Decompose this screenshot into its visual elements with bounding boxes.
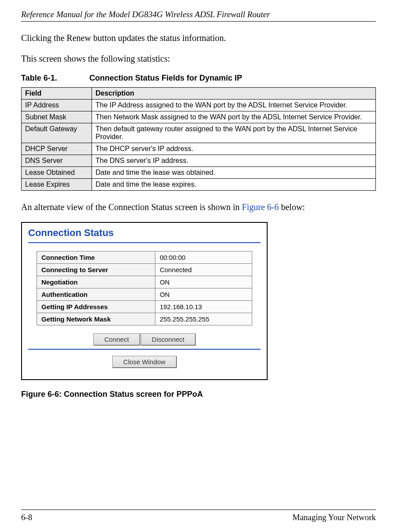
paragraph-1: Clicking the Renew button updates the st… [21, 32, 376, 44]
cell-field: Lease Obtained [22, 167, 92, 179]
connection-status-fields-table: Field Description IP AddressThe IP Addre… [21, 87, 376, 191]
cs-value: Connected [155, 264, 252, 276]
cs-row: Connection Time00:00:00 [37, 251, 252, 264]
cell-description: The DHCP server's IP address. [92, 143, 376, 155]
cell-field: DHCP Server [22, 143, 92, 155]
cs-value: 192.168.10.13 [155, 301, 252, 313]
paragraph-3: An alternate view of the Connection Stat… [21, 201, 376, 213]
figure-bottom-rule [28, 349, 261, 350]
cell-description: Date and time the lease expires. [92, 179, 376, 191]
connection-status-figure: Connection Status Connection Time00:00:0… [21, 222, 268, 380]
paragraph-3b: below: [279, 202, 305, 212]
figure-caption: Figure 6-6: Connection Status screen for… [21, 390, 376, 399]
cs-value: 255.255.255.255 [155, 313, 252, 325]
table-row: IP AddressThe IP Address assigned to the… [22, 100, 376, 111]
cs-row: NegotiationON [37, 276, 252, 288]
figure-button-row-1: ConnectDisconnect [28, 333, 261, 345]
page-number: 6-8 [21, 513, 32, 522]
disconnect-button[interactable]: Disconnect [141, 333, 195, 345]
close-window-button[interactable]: Close Window [112, 356, 176, 368]
cs-row: Connecting to ServerConnected [37, 264, 252, 276]
cs-row: Getting IP Addresses192.168.10.13 [37, 301, 252, 313]
figure-top-rule [28, 242, 261, 243]
connection-status-title: Connection Status [28, 227, 261, 239]
table-caption-text: Connection Status Fields for Dynamic IP [89, 74, 242, 82]
cs-label: Getting Network Mask [37, 313, 155, 325]
table-row: Default GatewayThen default gateway rout… [22, 123, 376, 143]
cell-description: Date and time the lease was obtained. [92, 167, 376, 179]
cs-label: Connecting to Server [37, 264, 155, 276]
cs-value: ON [155, 288, 252, 301]
cell-field: Lease Expires [22, 179, 92, 191]
doc-header-title: Reference Manual for the Model DG834G Wi… [21, 10, 376, 19]
table-row: DNS ServerThe DNS server's IP address. [22, 155, 376, 167]
header-rule [21, 21, 376, 22]
table-row: Lease ExpiresDate and time the lease exp… [22, 179, 376, 191]
table-row: Subnet MaskThen Network Mask assigned to… [22, 111, 376, 123]
cs-row: Getting Network Mask255.255.255.255 [37, 313, 252, 325]
paragraph-3a: An alternate view of the Connection Stat… [21, 202, 242, 212]
cell-field: Default Gateway [22, 123, 92, 143]
section-title: Managing Your Network [293, 513, 376, 522]
cs-value: 00:00:00 [155, 251, 252, 264]
cell-description: The IP Address assigned to the WAN port … [92, 100, 376, 111]
cell-field: DNS Server [22, 155, 92, 167]
cell-field: Subnet Mask [22, 111, 92, 123]
figure-button-row-2: Close Window [28, 356, 261, 368]
table-caption-label: Table 6-1. [21, 74, 87, 83]
table-header-description: Description [92, 88, 376, 100]
cs-label: Negotiation [37, 276, 155, 288]
cell-field: IP Address [22, 100, 92, 111]
table-header-field: Field [22, 88, 92, 100]
connection-status-table: Connection Time00:00:00 Connecting to Se… [37, 251, 252, 325]
cell-description: The DNS server's IP address. [92, 155, 376, 167]
cs-row: AuthenticationON [37, 288, 252, 301]
cs-label: Authentication [37, 288, 155, 301]
cs-value: ON [155, 276, 252, 288]
table-row: DHCP ServerThe DHCP server's IP address. [22, 143, 376, 155]
page-footer: 6-8 Managing Your Network [21, 510, 376, 522]
table-row: Lease ObtainedDate and time the lease wa… [22, 167, 376, 179]
figure-reference-link[interactable]: Figure 6-6 [242, 202, 279, 212]
cs-label: Getting IP Addresses [37, 301, 155, 313]
connect-button[interactable]: Connect [93, 333, 140, 345]
cell-description: Then default gateway router assigned to … [92, 123, 376, 143]
table-caption: Table 6-1. Connection Status Fields for … [21, 74, 376, 83]
cell-description: Then Network Mask assigned to the WAN po… [92, 111, 376, 123]
paragraph-2: This screen shows the following statisti… [21, 53, 376, 65]
cs-label: Connection Time [37, 251, 155, 264]
footer-rule [21, 510, 376, 510]
